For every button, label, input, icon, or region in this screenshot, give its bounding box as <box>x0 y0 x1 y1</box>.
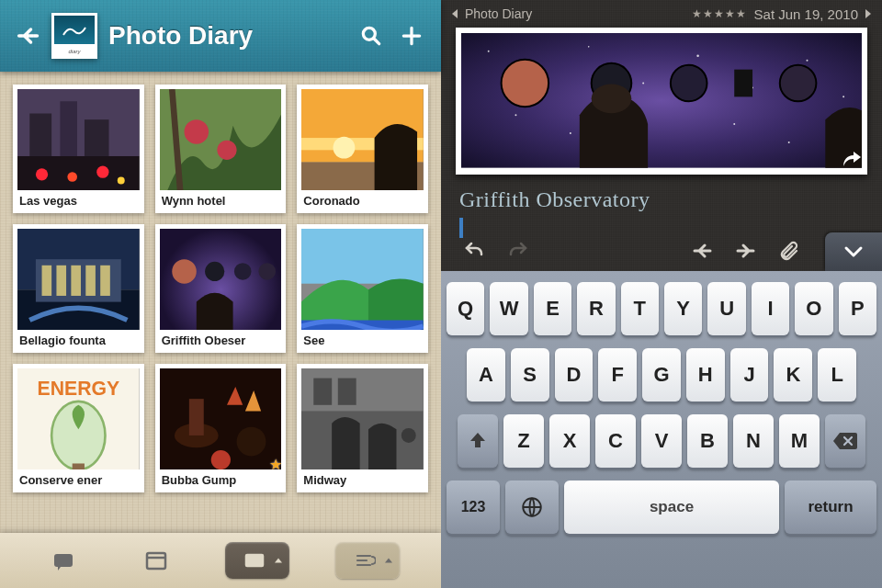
entry-photo <box>461 33 862 169</box>
search-button[interactable] <box>351 16 391 56</box>
key-w[interactable]: W <box>490 282 527 335</box>
gallery-item[interactable]: Griffith Obeser <box>155 224 287 353</box>
gallery-item[interactable]: Wynn hotel <box>155 85 287 213</box>
back-button[interactable] <box>9 17 46 54</box>
thumbnail-image <box>160 89 282 190</box>
key-h[interactable]: H <box>686 348 725 401</box>
rating-stars[interactable]: ★★★★★ <box>692 7 747 20</box>
key-i[interactable]: I <box>752 282 789 335</box>
grid-view-button[interactable] <box>225 542 289 579</box>
cursor-right-button[interactable] <box>724 231 768 271</box>
gallery-item[interactable]: See <box>297 224 428 353</box>
star-icon: ★ <box>267 456 284 472</box>
svg-rect-43 <box>314 379 333 405</box>
thumbnail-label: Wynn hotel <box>160 190 282 209</box>
redo-button[interactable] <box>496 231 540 271</box>
gallery-screen: diary Photo Diary Las vegasWynn hotelCor… <box>0 0 441 588</box>
breadcrumb[interactable]: Photo Diary <box>465 6 532 21</box>
entry-photo-frame[interactable] <box>456 28 867 175</box>
svg-rect-22 <box>71 266 81 296</box>
backspace-key[interactable] <box>825 414 865 468</box>
gallery-scroll[interactable]: Las vegasWynn hotelCoronadoBellagio foun… <box>0 72 441 533</box>
undo-button[interactable] <box>452 231 496 271</box>
gallery-item[interactable]: ★Bubba Gump <box>155 364 287 492</box>
key-s[interactable]: S <box>511 348 549 401</box>
entry-date[interactable]: Sat Jun 19, 2010 <box>754 6 858 22</box>
key-z[interactable]: Z <box>503 414 544 468</box>
svg-point-57 <box>842 96 844 97</box>
space-key[interactable]: space <box>564 481 779 534</box>
mode-key[interactable]: 123 <box>447 481 500 534</box>
return-key[interactable]: return <box>785 481 876 534</box>
key-e[interactable]: E <box>534 282 571 335</box>
notes-view-button[interactable] <box>41 542 87 579</box>
shift-key[interactable] <box>458 414 498 468</box>
svg-point-29 <box>258 263 276 280</box>
key-j[interactable]: J <box>730 348 769 401</box>
svg-point-45 <box>401 428 416 443</box>
key-a[interactable]: A <box>467 348 505 401</box>
key-o[interactable]: O <box>795 282 832 335</box>
gallery-item[interactable]: Midway <box>297 364 428 492</box>
svg-point-8 <box>96 166 108 178</box>
svg-point-52 <box>588 46 590 48</box>
key-c[interactable]: C <box>595 414 636 468</box>
thumbnail-label: Las vegas <box>17 190 140 209</box>
svg-point-59 <box>570 132 571 134</box>
key-v[interactable]: V <box>641 414 682 468</box>
gallery-item[interactable]: Las vegas <box>13 85 144 213</box>
key-u[interactable]: U <box>707 282 745 335</box>
svg-point-58 <box>514 114 516 116</box>
thumbnail-label: See <box>301 330 424 349</box>
key-x[interactable]: X <box>549 414 590 468</box>
svg-point-65 <box>671 65 707 102</box>
attach-button[interactable] <box>768 231 812 271</box>
svg-point-39 <box>236 427 266 457</box>
calendar-view-button[interactable] <box>133 542 179 579</box>
share-icon[interactable] <box>840 147 864 171</box>
key-l[interactable]: L <box>818 348 856 401</box>
key-p[interactable]: P <box>839 282 876 335</box>
key-y[interactable]: Y <box>664 282 702 335</box>
collapse-keyboard-button[interactable] <box>825 232 882 271</box>
gallery-item[interactable]: ENERGYConserve ener <box>13 364 144 492</box>
svg-rect-20 <box>42 266 52 296</box>
svg-point-16 <box>334 137 356 159</box>
key-t[interactable]: T <box>621 282 659 335</box>
key-k[interactable]: K <box>774 348 812 401</box>
prev-entry-button[interactable] <box>452 9 458 18</box>
gallery-item[interactable]: Coronado <box>297 85 428 213</box>
svg-point-67 <box>780 65 817 102</box>
key-m[interactable]: M <box>779 414 820 468</box>
key-f[interactable]: F <box>598 348 637 401</box>
svg-point-60 <box>733 123 735 125</box>
thumbnail-image: ENERGY <box>17 368 140 469</box>
svg-rect-5 <box>85 119 109 156</box>
thumbnail-image <box>301 229 424 330</box>
next-entry-button[interactable] <box>865 9 871 18</box>
cursor-left-button[interactable] <box>680 231 724 271</box>
key-g[interactable]: G <box>642 348 681 401</box>
svg-point-61 <box>788 141 790 143</box>
svg-rect-47 <box>147 553 165 569</box>
svg-point-28 <box>234 263 252 280</box>
svg-point-12 <box>217 141 236 160</box>
gallery-item[interactable]: Bellagio founta <box>13 224 144 353</box>
key-q[interactable]: Q <box>447 282 484 335</box>
svg-point-54 <box>696 54 699 57</box>
key-n[interactable]: N <box>733 414 774 468</box>
svg-rect-44 <box>338 379 356 405</box>
svg-point-7 <box>67 172 77 182</box>
editor-content: Photo Diary ★★★★★ Sat Jun 19, 2010 <box>441 0 882 271</box>
svg-point-50 <box>488 51 490 52</box>
sort-button[interactable] <box>335 542 400 579</box>
svg-text:ENERGY: ENERGY <box>38 378 120 399</box>
key-r[interactable]: R <box>577 282 615 335</box>
svg-rect-24 <box>100 266 110 296</box>
key-b[interactable]: B <box>687 414 728 468</box>
key-d[interactable]: D <box>555 348 594 401</box>
svg-rect-66 <box>734 70 752 97</box>
add-button[interactable] <box>391 16 432 56</box>
globe-key[interactable] <box>505 481 559 534</box>
gallery-toolbar <box>0 533 441 588</box>
